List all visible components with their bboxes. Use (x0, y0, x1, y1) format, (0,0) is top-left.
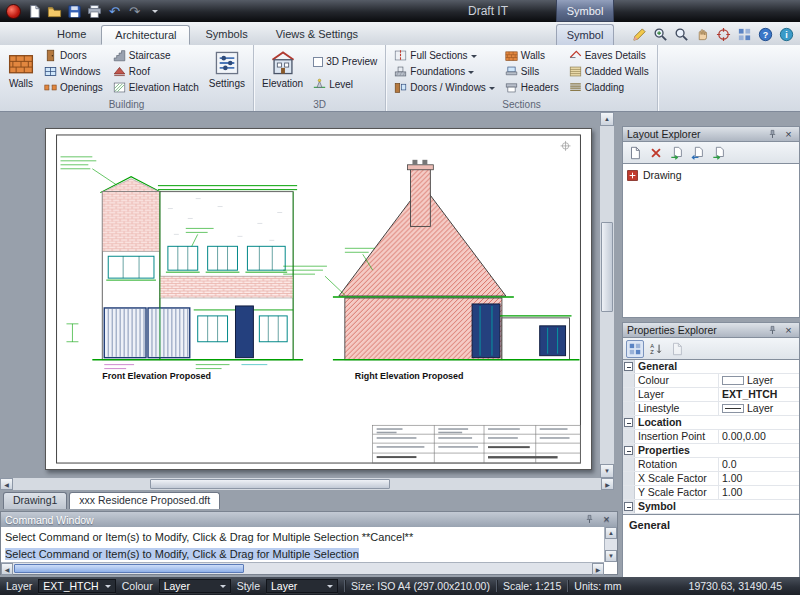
command-vertical-scrollbar[interactable]: ▲ ▼ (604, 527, 617, 562)
command-window-header[interactable]: Command Window × (1, 512, 617, 527)
cladding-button[interactable]: Cladding (566, 80, 652, 95)
property-row-x-scale[interactable]: X Scale Factor 1.00 (623, 472, 799, 486)
save-icon[interactable] (66, 3, 83, 20)
property-row-insertion-point[interactable]: Insertion Point 0.00,0.00 (623, 430, 799, 444)
alphabetical-sort-button[interactable] (647, 340, 665, 358)
scroll-down-button[interactable]: ▼ (605, 550, 617, 562)
foundations-button[interactable]: Foundations (391, 64, 498, 79)
close-icon[interactable]: × (782, 324, 795, 337)
tab-architectural[interactable]: Architectural (101, 25, 190, 45)
collapse-icon[interactable] (624, 418, 633, 427)
about-icon[interactable] (777, 25, 795, 43)
level-button[interactable]: Level (310, 77, 380, 92)
collapse-icon[interactable] (624, 446, 633, 455)
property-group-properties[interactable]: Properties (623, 444, 799, 458)
help-icon[interactable] (756, 25, 774, 43)
new-file-icon[interactable] (26, 3, 43, 20)
cladded-walls-button[interactable]: Cladded Walls (566, 64, 652, 79)
tab-symbols[interactable]: Symbols (192, 25, 260, 45)
collapse-icon[interactable] (624, 362, 633, 371)
layout-item-drawing[interactable]: Drawing (626, 167, 796, 183)
layer-combo[interactable]: EXT_HTCH (38, 579, 115, 593)
zoom-icon[interactable] (672, 25, 690, 43)
grid-icon[interactable] (735, 25, 753, 43)
copy-layout-button[interactable] (710, 144, 728, 162)
walls-section-button[interactable]: Walls (502, 48, 562, 63)
pin-icon[interactable] (583, 513, 596, 526)
tab-symbol-contextual[interactable]: Symbol (556, 24, 614, 45)
open-file-icon[interactable] (46, 3, 63, 20)
canvas-horizontal-scrollbar[interactable]: ◀ ▶ (0, 478, 614, 490)
app-logo-icon[interactable] (6, 4, 21, 19)
close-icon[interactable]: × (782, 128, 795, 141)
sill-icon (505, 65, 518, 78)
categorized-view-button[interactable] (626, 340, 644, 358)
pan-icon[interactable] (693, 25, 711, 43)
delete-layout-button[interactable] (647, 144, 665, 162)
settings-button[interactable]: Settings (206, 48, 248, 89)
colour-swatch[interactable] (722, 376, 744, 385)
pin-icon[interactable] (766, 128, 779, 141)
property-row-colour[interactable]: Colour Layer (623, 374, 799, 388)
drawing-sheet[interactable]: Front Elevation Proposed Right Elevation… (45, 128, 592, 470)
print-icon[interactable] (86, 3, 103, 20)
drawing-canvas[interactable]: Front Elevation Proposed Right Elevation… (0, 112, 600, 478)
new-layout-button[interactable] (626, 144, 644, 162)
command-horizontal-scrollbar[interactable]: ◀ ▶ (1, 562, 604, 574)
doc-tab-drawing1[interactable]: Drawing1 (3, 492, 67, 509)
linestyle-swatch[interactable] (722, 404, 744, 413)
redo-icon[interactable]: ↷ (126, 3, 143, 20)
property-group-general[interactable]: General (623, 360, 799, 374)
command-history[interactable]: Select Command or Item(s) to Modify, Cli… (1, 527, 604, 562)
elevation-button[interactable]: Elevation (259, 48, 306, 89)
staircase-button[interactable]: Staircase (110, 48, 202, 63)
elevation-hatch-button[interactable]: Elevation Hatch (110, 80, 202, 95)
scroll-up-button[interactable]: ▲ (605, 527, 617, 539)
properties-explorer-header[interactable]: Properties Explorer × (622, 322, 800, 338)
quick-access-dropdown-icon[interactable] (146, 3, 163, 20)
pin-icon[interactable] (766, 324, 779, 337)
colour-combo[interactable]: Layer (159, 579, 231, 593)
scroll-left-button[interactable]: ◀ (1, 563, 13, 575)
snap-target-icon[interactable] (714, 25, 732, 43)
command-line-selected[interactable]: Select Command or Item(s) to Modify, Cli… (5, 548, 359, 560)
windows-button[interactable]: Windows (41, 64, 106, 79)
layout-explorer-header[interactable]: Layout Explorer × (622, 126, 800, 142)
tab-views-settings[interactable]: Views & Settings (263, 25, 371, 45)
eaves-details-button[interactable]: Eaves Details (566, 48, 652, 63)
walls-button[interactable]: Walls (5, 48, 37, 89)
scroll-up-button[interactable]: ▲ (600, 112, 614, 126)
close-icon[interactable]: × (600, 513, 613, 526)
doc-tab-residence[interactable]: xxx Residence Proposed.dft (69, 492, 220, 509)
property-row-layer[interactable]: Layer EXT_HTCH (623, 388, 799, 402)
sills-button[interactable]: Sills (502, 64, 562, 79)
property-row-linestyle[interactable]: Linestyle Layer (623, 402, 799, 416)
undo-icon[interactable]: ↶ (106, 3, 123, 20)
preview-3d-checkbox[interactable]: 3D Preview (310, 54, 380, 69)
doors-button[interactable]: Doors (41, 48, 106, 63)
collapse-icon[interactable] (624, 502, 633, 511)
property-group-location[interactable]: Location (623, 416, 799, 430)
property-row-y-scale[interactable]: Y Scale Factor 1.00 (623, 486, 799, 500)
scroll-down-button[interactable]: ▼ (600, 464, 614, 478)
property-row-rotation[interactable]: Rotation 0.0 (623, 458, 799, 472)
export-layout-button[interactable] (668, 144, 686, 162)
property-group-symbol[interactable]: Symbol (623, 500, 799, 514)
roof-button[interactable]: Roof (110, 64, 202, 79)
scroll-right-button[interactable]: ▶ (601, 478, 614, 490)
canvas-vertical-scrollbar[interactable]: ▲ ▼ (600, 112, 614, 478)
openings-button[interactable]: Openings (41, 80, 106, 95)
style-combo[interactable]: Layer (266, 579, 338, 593)
horizontal-scroll-thumb[interactable] (150, 479, 390, 489)
edit-icon[interactable] (630, 25, 648, 43)
scroll-right-button[interactable]: ▶ (592, 563, 604, 575)
full-sections-button[interactable]: Full Sections (391, 48, 498, 63)
doors-windows-sections-button[interactable]: Doors / Windows (391, 80, 498, 95)
zoom-in-icon[interactable] (651, 25, 669, 43)
horizontal-scroll-thumb[interactable] (14, 564, 244, 573)
import-layout-button[interactable] (689, 144, 707, 162)
tab-home[interactable]: Home (44, 25, 99, 45)
headers-button[interactable]: Headers (502, 80, 562, 95)
vertical-scroll-thumb[interactable] (601, 222, 613, 312)
scroll-left-button[interactable]: ◀ (0, 478, 13, 490)
